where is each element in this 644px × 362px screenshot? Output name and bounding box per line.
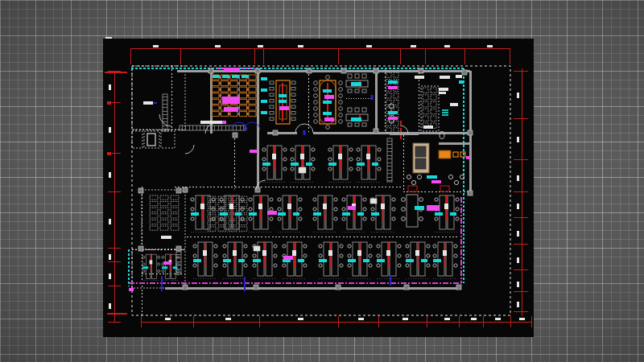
floor-plan-canvas[interactable]: [0, 0, 644, 362]
cad-viewport: [0, 0, 644, 362]
